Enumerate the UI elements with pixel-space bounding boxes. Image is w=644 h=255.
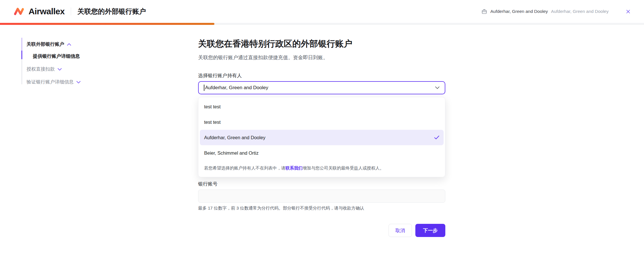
header-divider: [71, 7, 71, 15]
option-label: test test: [204, 104, 221, 109]
link-bank-account-page: Airwallex 关联您的外部银行账户 Aufderhar, Green an…: [0, 0, 644, 255]
chevron-up-icon: [67, 43, 71, 46]
option-label: Beier, Schimmel and Ortiz: [204, 150, 259, 156]
chevron-down-icon: [58, 68, 62, 71]
page-title: 关联您的外部银行账户: [77, 7, 146, 16]
sidebar-substep-provide-bank-details[interactable]: 提供银行账户详细信息: [33, 53, 80, 59]
footer-actions: 取消 下一步: [198, 224, 445, 237]
step-label: 授权直接扣款: [27, 66, 55, 72]
account-holder-dropdown: test test test test Aufderhar, Green and…: [198, 97, 445, 177]
form-subheading: 关联您的银行账户通过直接扣款便捷充值。资金即日到账。: [198, 55, 445, 60]
step-label: 提供银行账户详细信息: [33, 53, 80, 59]
cancel-button[interactable]: 取消: [389, 224, 412, 237]
briefcase-icon: [481, 9, 487, 15]
header: Airwallex 关联您的外部银行账户 Aufderhar, Green an…: [0, 0, 644, 23]
account-name-secondary: Aufderhar, Green and Dooley: [551, 9, 609, 14]
option-label: test test: [204, 119, 221, 125]
rail-segment-active: [21, 51, 22, 59]
bank-account-helper-text: 最多 17 位数字，前 3 位数通常为分行代码。部分银行不接受分行代码，请与收款…: [198, 206, 445, 211]
option-label: Aufderhar, Green and Dooley: [204, 135, 265, 140]
bank-account-number-label: 银行账号: [198, 181, 445, 187]
account-holder-select[interactable]: Aufderhar, Green and Dooley: [198, 81, 445, 94]
note-prefix: 若您希望选择的账户持有人不在列表中，请: [204, 166, 285, 170]
chevron-down-icon: [435, 86, 440, 89]
account-name-primary: Aufderhar, Green and Dooley: [490, 9, 548, 14]
rail-segment-upcoming: [21, 59, 22, 84]
sidebar-step-authorize-direct-debit[interactable]: 授权直接扣款: [27, 66, 62, 72]
progress-fill: [0, 23, 214, 25]
form-heading: 关联您在香港特别行政区的外部银行账户: [198, 39, 445, 49]
close-icon: [625, 9, 631, 14]
dropdown-option-selected[interactable]: Aufderhar, Green and Dooley: [200, 130, 444, 145]
brand-name: Airwallex: [29, 7, 65, 16]
chevron-down-icon: [77, 81, 80, 83]
rail-segment-expanded: [21, 38, 22, 51]
progress-bar-track: [0, 23, 644, 25]
sidebar-step-verify-bank-details[interactable]: 验证银行账户详细信息: [27, 79, 80, 85]
main-form: 关联您在香港特别行政区的外部银行账户 关联您的银行账户通过直接扣款便捷充值。资金…: [198, 39, 445, 237]
step-rail: [21, 38, 22, 84]
dropdown-note: 若您希望选择的账户持有人不在列表中，请联系我们增加与您公司关联的最终受益人或授权…: [200, 161, 444, 175]
account-holder-label: 选择银行账户持有人: [198, 73, 445, 79]
airwallex-logo-icon: [14, 7, 25, 16]
dropdown-option[interactable]: test test: [200, 99, 444, 114]
header-account-area: Aufderhar, Green and Dooley Aufderhar, G…: [481, 8, 632, 15]
next-button[interactable]: 下一步: [415, 224, 445, 237]
text-cursor: [204, 85, 204, 91]
account-holder-select-value: Aufderhar, Green and Dooley: [205, 85, 268, 91]
close-button[interactable]: [624, 8, 632, 15]
dropdown-option[interactable]: Beier, Schimmel and Ortiz: [200, 145, 444, 161]
bank-account-number-input[interactable]: [198, 190, 445, 203]
check-icon: [434, 136, 439, 140]
dropdown-option[interactable]: test test: [200, 114, 444, 130]
brand: Airwallex: [14, 7, 65, 16]
step-label: 关联外部银行账户: [27, 41, 64, 47]
contact-us-link[interactable]: 联系我们: [285, 166, 303, 170]
sidebar-step-link-external-account[interactable]: 关联外部银行账户: [27, 41, 71, 47]
note-suffix: 增加与您公司关联的最终受益人或授权人。: [303, 166, 384, 170]
step-label: 验证银行账户详细信息: [27, 79, 74, 85]
